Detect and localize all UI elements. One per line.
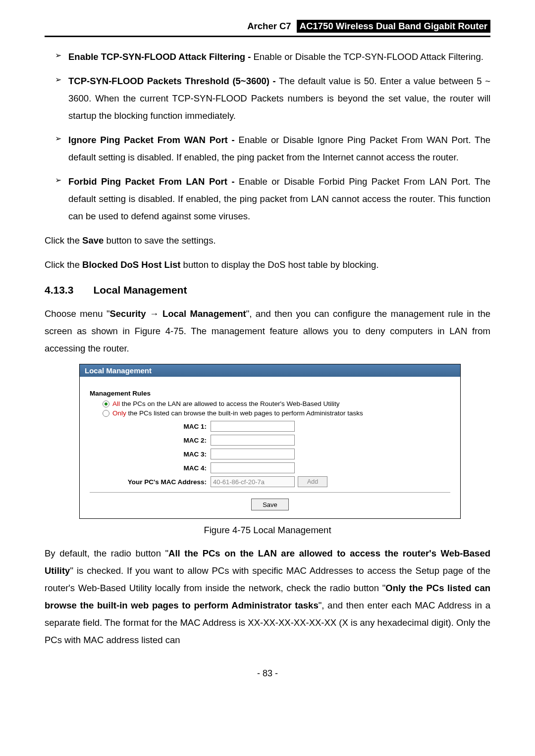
save-row: Save — [90, 492, 450, 516]
mac-row-2: MAC 2: — [90, 435, 450, 446]
bullet-text: Ignore Ping Packet From WAN Port - Enabl… — [68, 131, 490, 166]
list-item: ➢ Enable TCP-SYN-FLOOD Attack Filtering … — [50, 48, 490, 65]
intro-paragraph: Choose menu "Security → Local Management… — [45, 305, 490, 357]
bullet-text: TCP-SYN-FLOOD Packets Threshold (5~3600)… — [68, 72, 490, 124]
mac-label: MAC 4: — [90, 464, 211, 472]
list-item: ➢ TCP-SYN-FLOOD Packets Threshold (5~360… — [50, 72, 490, 124]
chevron-right-icon: ➢ — [50, 173, 61, 225]
bullet-text: Forbid Ping Packet From LAN Port - Enabl… — [68, 173, 490, 225]
mac-input-2[interactable] — [211, 435, 295, 446]
mac-label: MAC 3: — [90, 451, 211, 458]
chevron-right-icon: ➢ — [50, 48, 61, 65]
management-rules-title: Management Rules — [90, 390, 450, 397]
mac-label: MAC 1: — [90, 423, 211, 430]
add-button[interactable]: Add — [298, 476, 327, 487]
page-header: Archer C7 AC1750 Wireless Dual Band Giga… — [45, 20, 490, 37]
header-product: AC1750 Wireless Dual Band Gigabit Router — [297, 20, 490, 33]
section-number: 4.13.3 — [45, 284, 73, 296]
mac-input-1[interactable] — [211, 421, 295, 432]
radio-icon — [103, 410, 109, 417]
bullet-list: ➢ Enable TCP-SYN-FLOOD Attack Filtering … — [50, 48, 490, 225]
mac-input-3[interactable] — [211, 449, 295, 459]
header-model: Archer C7 — [247, 21, 294, 32]
paragraph-save: Click the Save button to save the settin… — [45, 232, 490, 249]
figure-local-management: Local Management Management Rules All th… — [79, 364, 461, 519]
radio-icon — [103, 401, 109, 407]
mac-row-4: MAC 4: — [90, 462, 450, 473]
your-pc-mac-row: Your PC's MAC Address: Add — [90, 476, 450, 487]
paragraph-blocked: Click the Blocked DoS Host List button t… — [45, 256, 490, 273]
chevron-right-icon: ➢ — [50, 131, 61, 166]
closing-paragraph: By default, the radio button "All the PC… — [45, 545, 490, 649]
bullet-text: Enable TCP-SYN-FLOOD Attack Filtering - … — [68, 48, 490, 65]
your-pc-mac-input — [211, 476, 295, 487]
your-pc-mac-label: Your PC's MAC Address: — [90, 478, 211, 486]
radio-label: All the PCs on the LAN are allowed to ac… — [112, 400, 340, 407]
mac-label: MAC 2: — [90, 437, 211, 444]
chevron-right-icon: ➢ — [50, 72, 61, 124]
section-title: Local Management — [93, 284, 187, 296]
mac-row-1: MAC 1: — [90, 421, 450, 432]
radio-allow-all[interactable]: All the PCs on the LAN are allowed to ac… — [103, 400, 450, 407]
mac-row-3: MAC 3: — [90, 449, 450, 459]
list-item: ➢ Forbid Ping Packet From LAN Port - Ena… — [50, 173, 490, 225]
section-heading: 4.13.3Local Management — [45, 284, 490, 296]
mac-form: MAC 1: MAC 2: MAC 3: MAC 4: Your PC's MA… — [90, 421, 450, 487]
radio-label: Only the PCs listed can browse the built… — [112, 409, 363, 417]
radio-only-listed[interactable]: Only the PCs listed can browse the built… — [103, 409, 450, 417]
mac-input-4[interactable] — [211, 462, 295, 473]
figure-title-bar: Local Management — [80, 364, 460, 377]
list-item: ➢ Ignore Ping Packet From WAN Port - Ena… — [50, 131, 490, 166]
figure-body: Management Rules All the PCs on the LAN … — [80, 377, 460, 518]
page-number: - 83 - — [45, 668, 490, 679]
save-button[interactable]: Save — [251, 499, 289, 510]
figure-caption: Figure 4-75 Local Management — [45, 525, 490, 536]
